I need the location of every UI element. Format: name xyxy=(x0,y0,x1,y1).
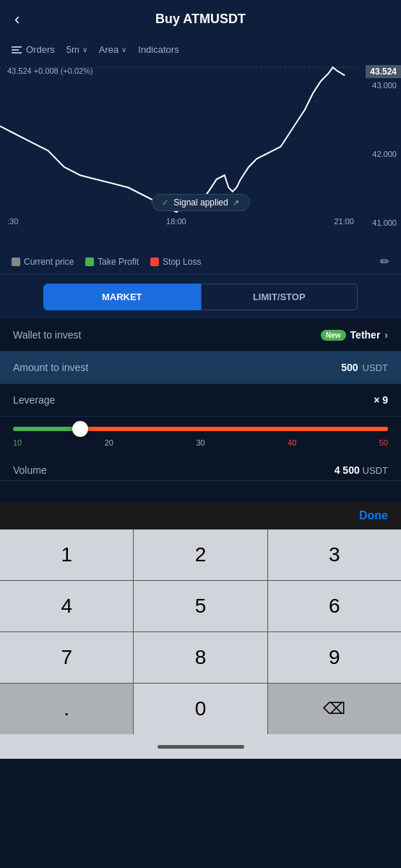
chevron-down-icon: ∨ xyxy=(82,46,87,54)
chart-area[interactable]: 43.524 +0.008 (+0.02%) 43.524 ↗ 43.000 4… xyxy=(0,61,401,249)
partial-row xyxy=(0,480,401,502)
key-6[interactable]: 6 xyxy=(268,581,401,631)
leverage-label: Leverage xyxy=(13,394,55,406)
key-1[interactable]: 1 xyxy=(0,529,133,580)
take-profit-label: Take Profit xyxy=(98,257,139,267)
key-2[interactable]: 2 xyxy=(134,529,267,580)
wallet-value-group: New Tether › xyxy=(321,329,388,341)
x-axis-labels: :30 18:00 21:00 xyxy=(0,217,361,226)
indicators-label: Indicators xyxy=(138,44,178,55)
done-button[interactable]: Done xyxy=(359,509,388,522)
chart-type-button[interactable]: Area ∨ xyxy=(99,44,126,55)
wallet-row[interactable]: Wallet to invest New Tether › xyxy=(0,319,401,352)
volume-label: Volume xyxy=(13,464,47,476)
indicators-button[interactable]: Indicators xyxy=(138,44,178,55)
new-badge: New xyxy=(321,330,346,341)
slider-tick-20: 20 xyxy=(105,438,113,447)
legend-take-profit: Take Profit xyxy=(85,257,139,267)
slider-thumb xyxy=(72,421,88,437)
slider-tick-40: 40 xyxy=(288,438,296,447)
key-5[interactable]: 5 xyxy=(134,581,267,631)
x-label-1: 18:00 xyxy=(166,217,186,226)
amount-label: Amount to invest xyxy=(13,362,88,373)
key-9[interactable]: 9 xyxy=(268,632,401,683)
market-tab[interactable]: MARKET xyxy=(43,284,201,310)
stop-loss-label: Stop Loss xyxy=(163,257,201,267)
key-0[interactable]: 0 xyxy=(134,684,267,734)
wallet-label: Wallet to invest xyxy=(13,329,81,341)
y-label-mid: 42.000 xyxy=(361,150,397,158)
order-type-tabs: MARKET LIMIT/STOP xyxy=(0,275,401,319)
y-label-high: 43.000 xyxy=(361,81,397,90)
home-bar xyxy=(158,745,244,749)
order-form: Wallet to invest New Tether › Amount to … xyxy=(0,319,401,502)
chart-type-label: Area xyxy=(99,44,118,55)
x-label-2: 21:00 xyxy=(334,217,354,226)
price-info: 43.524 +0.008 (+0.02%) xyxy=(7,67,93,75)
volume-row: Volume 4 500 USDT xyxy=(0,456,401,480)
legend-current-price: Current price xyxy=(12,257,74,267)
orders-button[interactable]: Orders xyxy=(12,44,55,55)
key-4[interactable]: 4 xyxy=(0,581,133,631)
slider-tick-50: 50 xyxy=(379,438,388,447)
back-button[interactable]: ‹ xyxy=(14,10,20,29)
slider-wrapper[interactable] xyxy=(13,427,388,431)
y-label-low: 41.000 xyxy=(361,218,397,227)
timeframe-label: 5m xyxy=(66,44,79,55)
signal-label: Signal applied xyxy=(173,197,228,208)
slider-track xyxy=(13,427,388,431)
key-decimal[interactable]: . xyxy=(0,684,133,734)
x-label-0: :30 xyxy=(7,217,18,226)
page-title: Buy ATMUSDT xyxy=(155,12,246,27)
leverage-value-group: × 9 xyxy=(374,394,388,406)
amount-value-group: 500 USDT xyxy=(341,362,388,373)
numeric-keyboard: 1 2 3 4 5 6 7 8 9 . 0 ⌫ xyxy=(0,529,401,734)
y-axis-labels: 43.000 42.000 41.000 xyxy=(361,61,401,249)
limit-stop-tab[interactable]: LIMIT/STOP xyxy=(201,284,358,310)
stop-loss-dot xyxy=(150,258,159,266)
take-profit-dot xyxy=(85,258,94,266)
chevron-right-icon: › xyxy=(384,329,388,341)
leverage-value: × 9 xyxy=(374,394,388,406)
slider-tick-10: 10 xyxy=(13,438,22,447)
orders-icon xyxy=(12,46,22,54)
amount-row[interactable]: Amount to invest 500 USDT xyxy=(0,352,401,384)
legend-stop-loss: Stop Loss xyxy=(150,257,201,267)
header: ‹ Buy ATMUSDT xyxy=(0,0,401,38)
backspace-button[interactable]: ⌫ xyxy=(268,684,401,734)
timeframe-button[interactable]: 5m ∨ xyxy=(66,44,87,55)
chart-toolbar: Orders 5m ∨ Area ∨ Indicators xyxy=(0,38,401,61)
leverage-row: Leverage × 9 xyxy=(0,384,401,417)
signal-badge[interactable]: ✓ Signal applied ↗ xyxy=(151,194,249,211)
current-price-label: Current price xyxy=(24,257,74,267)
orders-label: Orders xyxy=(26,44,55,55)
key-8[interactable]: 8 xyxy=(134,632,267,683)
chevron-down-icon: ∨ xyxy=(121,46,126,54)
home-indicator xyxy=(0,734,401,759)
amount-currency: USDT xyxy=(363,362,388,373)
slider-labels: 10 20 30 40 50 xyxy=(13,435,388,450)
keyboard-header: Done xyxy=(0,502,401,529)
backspace-icon: ⌫ xyxy=(323,699,345,718)
key-3[interactable]: 3 xyxy=(268,529,401,580)
edit-icon[interactable]: ✏ xyxy=(380,255,389,268)
chart-legend: Current price Take Profit Stop Loss ✏ xyxy=(0,249,401,275)
signal-check-icon: ✓ xyxy=(162,197,169,208)
amount-value: 500 xyxy=(341,362,358,373)
slider-tick-30: 30 xyxy=(196,438,204,447)
key-7[interactable]: 7 xyxy=(0,632,133,683)
current-price-dot xyxy=(12,258,20,266)
leverage-slider-section: 10 20 30 40 50 xyxy=(0,417,401,456)
volume-value: 4 500 USDT xyxy=(335,464,388,476)
wallet-value: Tether xyxy=(350,329,381,341)
signal-arrow-icon: ↗ xyxy=(233,198,239,208)
